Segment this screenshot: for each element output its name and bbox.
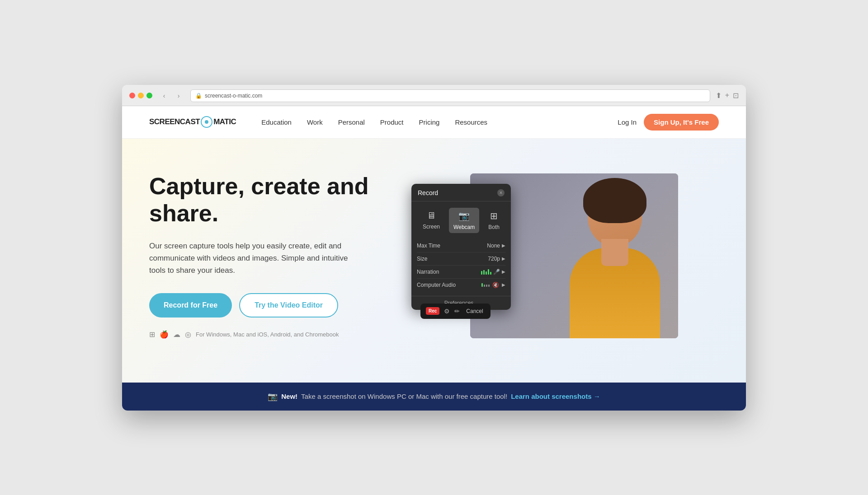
record-dialog-title: Record <box>418 189 438 196</box>
max-time-label: Max Time <box>417 243 440 249</box>
security-icon: 🔒 <box>195 93 202 99</box>
screen-mode-button[interactable]: 🖥 Screen <box>418 208 444 233</box>
edit-icon[interactable]: ✏ <box>454 308 460 315</box>
record-dialog-close-button[interactable]: × <box>497 189 505 196</box>
nbar-3 <box>486 271 487 275</box>
webcam-icon: 📷 <box>458 210 470 221</box>
hero-buttons: Record for Free Try the Video Editor <box>149 293 402 318</box>
both-label: Both <box>488 224 500 230</box>
forward-button[interactable]: › <box>172 91 185 100</box>
url-text: screencast-o-matic.com <box>205 93 262 99</box>
record-dialog-header: Record × <box>411 184 511 201</box>
windows-icon: ⊞ <box>149 330 155 339</box>
narration-controls: 🎤 ▶ <box>481 269 505 275</box>
record-for-free-button[interactable]: Record for Free <box>149 293 232 318</box>
chromebook-icon: ◎ <box>185 330 191 339</box>
nav-item-personal[interactable]: Personal <box>331 115 372 130</box>
logo-icon <box>201 116 212 128</box>
banner-text: Take a screenshot on Windows PC or Mac w… <box>301 392 507 400</box>
nav-item-resources[interactable]: Resources <box>448 115 495 130</box>
nbar-5 <box>490 272 491 275</box>
back-button[interactable]: ‹ <box>158 91 170 100</box>
mute-icon[interactable]: 🔇 <box>492 282 499 288</box>
record-settings: Max Time None ▶ Size 720p ▶ <box>411 238 511 296</box>
hero-title: Capture, create and share. <box>149 173 402 227</box>
try-video-editor-button[interactable]: Try the Video Editor <box>239 293 338 318</box>
screen-icon: 🖥 <box>427 210 436 221</box>
fullscreen-window-button[interactable] <box>146 93 152 98</box>
max-time-row: Max Time None ▶ <box>417 239 505 252</box>
traffic-lights <box>129 93 152 98</box>
narration-arrow[interactable]: ▶ <box>502 269 505 274</box>
size-row: Size 720p ▶ <box>417 252 505 266</box>
cancel-record-button[interactable]: Cancel <box>464 307 485 315</box>
cbar-2 <box>484 285 485 287</box>
microphone-icon[interactable]: 🎤 <box>493 269 500 275</box>
computer-audio-label: Computer Audio <box>417 282 456 288</box>
webcam-label: Webcam <box>453 224 475 230</box>
settings-icon[interactable]: ⚙ <box>444 308 450 315</box>
screen-label: Screen <box>423 224 440 230</box>
learn-screenshots-link[interactable]: Learn about screenshots → <box>511 392 600 400</box>
browser-chrome: ‹ › 🔒 screencast-o-matic.com ⬆ + ⊡ <box>122 85 746 106</box>
logo-text-right: MATIC <box>213 117 236 126</box>
close-window-button[interactable] <box>129 93 135 98</box>
navbar: SCREENCAST MATIC Education Work Personal… <box>122 106 746 139</box>
nbar-1 <box>481 271 482 275</box>
page-content: SCREENCAST MATIC Education Work Personal… <box>122 106 746 411</box>
announcement-banner: 📷 New! Take a screenshot on Windows PC o… <box>122 383 746 411</box>
hero-section: Capture, create and share. Our screen ca… <box>122 139 746 383</box>
banner-new-label: New! <box>281 392 297 400</box>
both-mode-button[interactable]: ⊞ Both <box>484 208 504 233</box>
cbar-3 <box>486 285 487 287</box>
hero-right: Record × 🖥 Screen 📷 Webcam ⊞ <box>429 166 719 346</box>
max-time-val: None <box>487 243 500 249</box>
computer-audio-row: Computer Audio 🔇 ▶ <box>417 279 505 291</box>
add-tab-icon[interactable]: + <box>725 91 729 100</box>
logo-dot <box>205 120 208 124</box>
hero-subtitle: Our screen capture tools help you easily… <box>149 240 366 277</box>
size-val: 720p <box>488 256 500 262</box>
login-button[interactable]: Log In <box>618 118 637 126</box>
share-icon[interactable]: ⬆ <box>716 91 722 100</box>
both-icon: ⊞ <box>490 210 498 221</box>
logo[interactable]: SCREENCAST MATIC <box>149 116 236 128</box>
size-value: 720p ▶ <box>488 256 505 262</box>
hero-left: Capture, create and share. Our screen ca… <box>149 173 402 338</box>
browser-window: ‹ › 🔒 screencast-o-matic.com ⬆ + ⊡ SCREE… <box>122 85 746 411</box>
cloud-icon: ☁ <box>173 330 180 339</box>
signup-button[interactable]: Sign Up, It's Free <box>644 114 719 131</box>
cbar-4 <box>488 285 490 287</box>
record-toolbar: Rec ⚙ ✏ Cancel <box>420 304 491 319</box>
size-arrow[interactable]: ▶ <box>502 256 505 261</box>
size-label: Size <box>417 256 427 262</box>
max-time-value: None ▶ <box>487 243 505 249</box>
sidebar-icon[interactable]: ⊡ <box>733 91 739 100</box>
computer-audio-controls: 🔇 ▶ <box>481 282 505 288</box>
narration-level <box>481 269 491 275</box>
platform-text: For Windows, Mac and iOS, Android, and C… <box>196 331 339 338</box>
computer-audio-arrow[interactable]: ▶ <box>502 282 505 287</box>
narration-row: Narration 🎤 ▶ <box>417 266 505 279</box>
apple-icon: 🍎 <box>160 330 169 339</box>
computer-audio-level <box>481 283 490 287</box>
record-dialog: Record × 🖥 Screen 📷 Webcam ⊞ <box>411 184 511 310</box>
platform-info: ⊞ 🍎 ☁ ◎ For Windows, Mac and iOS, Androi… <box>149 330 402 339</box>
nav-item-product[interactable]: Product <box>373 115 411 130</box>
nav-actions: Log In Sign Up, It's Free <box>618 114 719 131</box>
max-time-arrow[interactable]: ▶ <box>502 243 505 248</box>
record-mode-buttons: 🖥 Screen 📷 Webcam ⊞ Both <box>411 201 511 238</box>
nav-item-education[interactable]: Education <box>254 115 299 130</box>
narration-label: Narration <box>417 269 439 275</box>
camera-icon: 📷 <box>268 392 278 402</box>
cbar-1 <box>481 283 483 287</box>
nav-item-work[interactable]: Work <box>300 115 330 130</box>
address-bar[interactable]: 🔒 screencast-o-matic.com <box>190 89 710 102</box>
logo-text-left: SCREENCAST <box>149 117 200 126</box>
nav-links: Education Work Personal Product Pricing … <box>254 115 618 130</box>
minimize-window-button[interactable] <box>138 93 144 98</box>
nav-item-pricing[interactable]: Pricing <box>412 115 447 130</box>
webcam-mode-button[interactable]: 📷 Webcam <box>449 208 479 233</box>
nbar-2 <box>483 270 485 275</box>
rec-badge: Rec <box>426 307 439 315</box>
